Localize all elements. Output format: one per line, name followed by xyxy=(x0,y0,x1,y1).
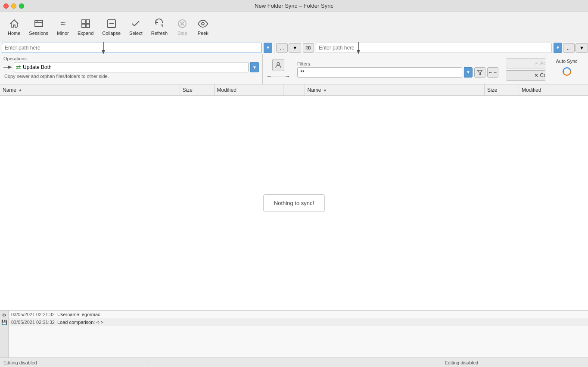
left-path-input[interactable] xyxy=(2,43,262,53)
select-icon xyxy=(130,18,142,30)
log-timestamp-2: 03/05/2021 02:21:32 xyxy=(11,320,55,325)
window-controls xyxy=(3,3,24,9)
svg-marker-19 xyxy=(8,65,12,69)
file-list-header: Name ▲ Size Modified Name ▲ Size Modifie… xyxy=(0,84,588,96)
sort-arrow-icon: ▲ xyxy=(18,87,22,92)
toolbar-peek[interactable]: Peek xyxy=(193,15,213,39)
col-size-left-header[interactable]: Size xyxy=(180,84,215,95)
left-browse-button[interactable]: ... xyxy=(276,43,288,53)
operations-select[interactable]: ⇄ Update Both xyxy=(14,62,249,72)
toolbar-expand[interactable]: Expand xyxy=(73,15,98,39)
filters-dropdown-btn[interactable]: ▼ xyxy=(464,67,473,78)
col-modified-right-header[interactable]: Modified xyxy=(519,84,588,95)
file-list-content: Nothing to sync! xyxy=(0,96,588,310)
status-left-text: Editing disabled xyxy=(3,360,37,365)
left-dropdown-extra-button[interactable]: ▼ xyxy=(289,43,301,53)
stop-label: Stop xyxy=(177,31,187,36)
log-entry-1: 03/05/2021 02:21:32 Username: egormac xyxy=(9,311,588,318)
update-both-icon: ⇄ xyxy=(16,64,21,71)
path-bar: ▼ ... ▼ ▼ ... ▼ xyxy=(0,41,588,54)
chevron-down-icon: ▼ xyxy=(266,45,270,50)
swap-icon-button[interactable] xyxy=(272,59,284,71)
window-title: New Folder Sync – Folder Sync xyxy=(255,3,333,9)
left-path-controls: ... ▼ xyxy=(274,43,303,53)
home-label: Home xyxy=(8,31,20,36)
sort-arrow-right-icon: ▲ xyxy=(323,87,327,92)
minimize-button[interactable] xyxy=(11,3,16,9)
filters-label: Filters: xyxy=(297,61,498,66)
filters-input[interactable] xyxy=(297,67,462,78)
col-name-right-header[interactable]: Name ▲ xyxy=(305,84,485,95)
sync-direction-arrows: ←——→ xyxy=(263,54,294,84)
svg-rect-0 xyxy=(35,20,43,27)
operations-bar: Operations: ⇄ Update Both ▼ Copy newer a… xyxy=(0,54,588,84)
right-browse-button[interactable]: ... xyxy=(563,43,575,53)
select-label: Select xyxy=(129,31,143,36)
log-entry-2: 03/05/2021 02:21:32 Load comparison: <-> xyxy=(9,318,588,326)
status-right: Editing disabled xyxy=(442,360,588,365)
filter-link-button[interactable]: ←→ xyxy=(487,67,498,78)
toolbar: Home Sessions ≈ Minor Expand xyxy=(0,12,588,41)
log-message-2: Load comparison: <-> xyxy=(57,320,103,325)
refresh-label: Refresh xyxy=(151,31,168,36)
left-path-container: ▼ xyxy=(0,41,274,54)
right-path-dropdown-btn[interactable]: ▼ xyxy=(554,43,562,53)
toolbar-home[interactable]: Home xyxy=(3,15,25,39)
sync-right-col-header xyxy=(294,84,305,95)
peek-label: Peek xyxy=(198,31,208,36)
left-path-dropdown-btn[interactable]: ▼ xyxy=(264,43,272,53)
svg-marker-23 xyxy=(477,70,482,75)
right-path-input[interactable] xyxy=(316,43,552,53)
operations-label: Operations: xyxy=(3,56,259,61)
right-dropdown-extra-button[interactable]: ▼ xyxy=(576,43,588,53)
filters-section: Filters: ▼ ←→ xyxy=(294,54,502,84)
toolbar-refresh[interactable]: Refresh xyxy=(147,15,172,39)
svg-point-20 xyxy=(277,62,280,65)
col-size-right-header[interactable]: Size xyxy=(485,84,519,95)
status-bar: Editing disabled Editing disabled xyxy=(0,358,588,367)
log-icon-bar: ⚙ 💾 xyxy=(0,311,9,358)
toolbar-sessions[interactable]: Sessions xyxy=(25,15,53,39)
filter-icon-button[interactable] xyxy=(474,67,485,78)
auto-sync-icon xyxy=(561,65,573,80)
svg-rect-6 xyxy=(86,24,90,28)
peek-icon xyxy=(197,18,209,30)
log-message-1: Username: egormac xyxy=(57,312,100,317)
auto-sync-panel[interactable]: Auto Sync xyxy=(545,54,588,84)
close-button[interactable] xyxy=(3,3,9,9)
expand-icon xyxy=(80,18,92,30)
minor-icon: ≈ xyxy=(57,18,69,30)
auto-sync-label: Auto Sync xyxy=(556,59,577,64)
toolbar-minor[interactable]: ≈ Minor xyxy=(53,15,73,39)
operations-dropdown-btn[interactable]: ▼ xyxy=(250,62,259,72)
maximize-button[interactable] xyxy=(19,3,24,9)
log-save-icon[interactable]: 💾 xyxy=(1,319,7,325)
chevron-down-icon: ▼ xyxy=(466,70,470,75)
log-settings-icon[interactable]: ⚙ xyxy=(1,312,7,318)
empty-message: Nothing to sync! xyxy=(263,194,325,212)
collapse-label: Collapse xyxy=(102,31,121,36)
operations-section: Operations: ⇄ Update Both ▼ Copy newer a… xyxy=(0,54,263,84)
link-paths-button[interactable] xyxy=(303,43,314,53)
log-area: ⚙ 💾 03/05/2021 02:21:32 Username: egorma… xyxy=(0,310,588,358)
log-timestamp-1: 03/05/2021 02:21:32 xyxy=(11,312,55,317)
col-name-left-header[interactable]: Name ▲ xyxy=(0,84,180,95)
toolbar-select[interactable]: Select xyxy=(125,15,147,39)
sessions-icon xyxy=(33,18,45,30)
chevron-down-icon: ▼ xyxy=(556,45,560,50)
minor-label: Minor xyxy=(57,31,69,36)
home-icon xyxy=(8,18,20,30)
log-messages: 03/05/2021 02:21:32 Username: egormac 03… xyxy=(9,311,588,358)
operations-value: Update Both xyxy=(23,64,52,70)
refresh-icon xyxy=(153,18,165,30)
toolbar-collapse[interactable]: Collapse xyxy=(98,15,125,39)
svg-rect-4 xyxy=(86,20,90,23)
col-modified-left-header[interactable]: Modified xyxy=(215,84,283,95)
collapse-icon xyxy=(106,18,118,30)
status-left: Editing disabled xyxy=(0,360,147,365)
operations-description: Copy newer and orphan files/folders to o… xyxy=(3,74,259,79)
bidirectional-arrow: ←——→ xyxy=(266,73,290,80)
sessions-label: Sessions xyxy=(29,31,48,36)
status-right-text: Editing disabled xyxy=(445,360,479,365)
sync-left-col-header xyxy=(283,84,294,95)
